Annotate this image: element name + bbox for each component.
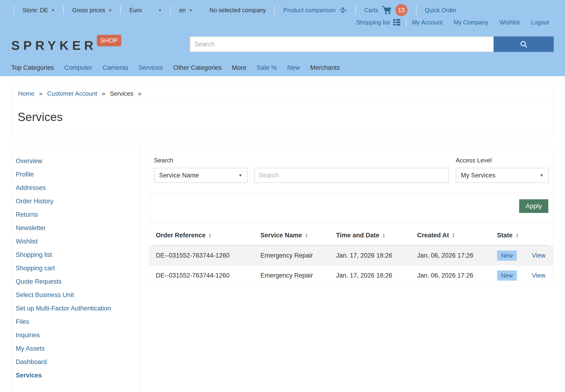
sidebar-item[interactable]: Files bbox=[16, 315, 136, 329]
sort-icon[interactable]: ▲▼ bbox=[209, 233, 212, 238]
cart-icon bbox=[382, 6, 392, 14]
carts-link[interactable]: Carts 13 bbox=[356, 4, 416, 16]
topbar-secondary: Shopping list My Account My Company Wish… bbox=[0, 15, 565, 29]
nav-item[interactable]: Merchants bbox=[310, 64, 340, 71]
shopping-list-link[interactable]: Shopping list bbox=[351, 19, 406, 26]
sidebar-item[interactable]: Select Business Unit bbox=[16, 288, 136, 302]
shopping-list-label: Shopping list bbox=[356, 19, 390, 26]
service-search-input[interactable] bbox=[254, 168, 449, 183]
sidebar-item[interactable]: My Assets bbox=[16, 342, 136, 355]
search-type-select[interactable]: Service Name ▼ bbox=[154, 168, 247, 183]
access-level-select[interactable]: My Services ▼ bbox=[456, 168, 549, 183]
sidebar-item[interactable]: Newsletter bbox=[16, 221, 136, 235]
sidebar-item[interactable]: Shopping cart bbox=[16, 262, 136, 275]
access-level-label: Access Level bbox=[456, 157, 549, 164]
product-comparison-link[interactable]: Product comparison bbox=[275, 7, 355, 14]
order-reference-cell: DE--031552-763744-1260 bbox=[156, 252, 260, 259]
topbar-primary: Store: DE ▼ Gross prices ▼ Euro ▼ en ▼ N… bbox=[0, 0, 565, 15]
sidebar-item[interactable]: Set up Multi-Factor Authentication bbox=[16, 302, 136, 315]
nav-item[interactable]: Cameras bbox=[102, 64, 128, 71]
store-selector-label: Store: DE bbox=[23, 7, 48, 14]
language-selector[interactable]: en ▼ bbox=[171, 7, 201, 14]
list-icon bbox=[393, 19, 400, 26]
sort-icon[interactable]: ▲▼ bbox=[452, 233, 455, 238]
access-level-group: Access Level My Services ▼ bbox=[456, 157, 549, 183]
table-row: DE--031552-763744-1260 Emergency Repair … bbox=[149, 246, 553, 266]
column-header: Created At ▲▼ bbox=[417, 232, 497, 239]
filter-row: Search Service Name ▼ Access Level My Se… bbox=[149, 146, 553, 193]
breadcrumb-separator: » bbox=[138, 90, 141, 97]
state-cell: New bbox=[497, 251, 532, 261]
separator bbox=[63, 6, 64, 14]
created-at-cell: Jan. 06, 2026 17:26 bbox=[417, 252, 497, 259]
sidebar-item[interactable]: Overview bbox=[16, 154, 136, 168]
site-header: Store: DE ▼ Gross prices ▼ Euro ▼ en ▼ N… bbox=[0, 0, 565, 76]
breadcrumb-home-link[interactable]: Home bbox=[18, 90, 34, 97]
nav-item[interactable]: Top Categories bbox=[11, 64, 54, 71]
column-header: State ▲▼ bbox=[497, 232, 532, 239]
action-cell: View bbox=[532, 252, 547, 259]
state-badge: New bbox=[497, 270, 517, 280]
column-header: Time and Date ▲▼ bbox=[336, 232, 417, 239]
sidebar-item[interactable]: Services bbox=[16, 369, 136, 382]
sort-icon[interactable]: ▲▼ bbox=[382, 233, 385, 238]
column-header: Service Name ▲▼ bbox=[260, 232, 336, 239]
state-cell: New bbox=[497, 270, 532, 280]
sort-icon[interactable]: ▲▼ bbox=[515, 233, 519, 238]
state-badge: New bbox=[497, 251, 517, 261]
logout-link[interactable]: Logout bbox=[525, 19, 555, 26]
column-header: Order Reference ▲▼ bbox=[156, 232, 260, 239]
price-mode-selector[interactable]: Gross prices ▼ bbox=[64, 7, 120, 14]
nav-item[interactable]: More bbox=[232, 64, 247, 71]
search-type-value: Service Name bbox=[159, 172, 199, 179]
sort-icon[interactable]: ▲▼ bbox=[305, 233, 308, 238]
my-account-link[interactable]: My Account bbox=[406, 19, 448, 26]
sidebar-item[interactable]: Dashboard bbox=[16, 355, 136, 369]
view-link[interactable]: View bbox=[532, 272, 546, 279]
table-header-row: Order Reference ▲▼ Service Name ▲▼ Time … bbox=[149, 223, 553, 245]
nav-item[interactable]: New bbox=[287, 64, 300, 71]
compare-arrows-icon bbox=[339, 7, 347, 14]
sidebar-item[interactable]: Shopping list bbox=[16, 248, 136, 262]
sidebar-item[interactable]: Returns bbox=[16, 208, 136, 221]
breadcrumb-customer-account-link[interactable]: Customer Account bbox=[47, 90, 97, 97]
sidebar-item[interactable]: Addresses bbox=[16, 181, 136, 195]
apply-button[interactable]: Apply bbox=[519, 199, 548, 213]
apply-row: Apply bbox=[149, 193, 553, 222]
created-at-cell: Jan. 06, 2026 17:26 bbox=[417, 272, 497, 279]
chevron-down-icon: ▼ bbox=[51, 8, 55, 12]
nav-item[interactable]: Computer bbox=[64, 64, 92, 71]
header-search-input[interactable] bbox=[190, 36, 494, 52]
header-search-button[interactable] bbox=[494, 36, 554, 52]
action-cell: View bbox=[532, 272, 547, 279]
account-sidebar: Overview Profile Addresses Order History… bbox=[11, 146, 140, 392]
separator bbox=[14, 6, 14, 14]
store-selector[interactable]: Store: DE ▼ bbox=[14, 7, 63, 14]
my-company-link[interactable]: My Company bbox=[448, 19, 494, 26]
service-name-cell: Emergency Repair bbox=[260, 252, 336, 259]
nav-item[interactable]: Sale % bbox=[257, 64, 277, 71]
sidebar-item[interactable]: Order History bbox=[16, 195, 136, 208]
logo-search-row: SPRYKER SHOP bbox=[0, 29, 565, 59]
nav-item[interactable]: Services bbox=[139, 64, 163, 71]
separator bbox=[416, 6, 416, 14]
search-icon bbox=[520, 40, 528, 48]
sidebar-item[interactable]: Inquiries bbox=[16, 329, 136, 342]
spryker-logo[interactable]: SPRYKER SHOP bbox=[11, 37, 121, 52]
sidebar-item[interactable]: Wishlist bbox=[16, 235, 136, 248]
services-table: Order Reference ▲▼ Service Name ▲▼ Time … bbox=[149, 223, 553, 286]
view-link[interactable]: View bbox=[532, 252, 546, 259]
wishlist-link[interactable]: Wishlist bbox=[494, 19, 525, 26]
quick-order-link[interactable]: Quick Order bbox=[416, 7, 465, 14]
sidebar-item[interactable]: Quote Requests bbox=[16, 275, 136, 288]
table-row: DE--031552-763744-1260 Emergency Repair … bbox=[149, 266, 553, 286]
page-title: Services bbox=[18, 110, 547, 124]
access-level-value: My Services bbox=[461, 172, 495, 179]
separator bbox=[120, 6, 121, 14]
sidebar-item[interactable]: Profile bbox=[16, 168, 136, 181]
currency-selector[interactable]: Euro ▼ bbox=[121, 7, 170, 14]
main-nav: Top Categories Computer Cameras Services… bbox=[0, 59, 565, 76]
nav-item[interactable]: Other Categories bbox=[173, 64, 222, 71]
separator bbox=[406, 18, 406, 27]
service-name-cell: Emergency Repair bbox=[260, 272, 336, 279]
